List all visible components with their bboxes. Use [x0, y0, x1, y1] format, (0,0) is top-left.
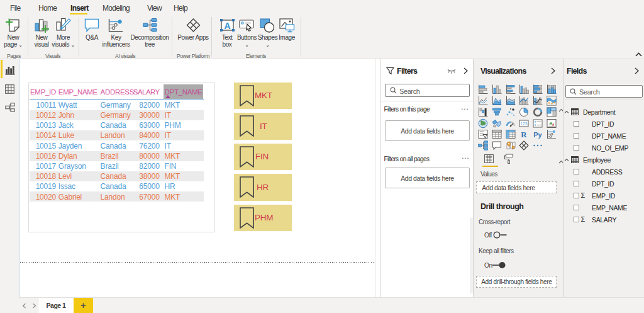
svg-text:A: A [224, 21, 230, 31]
